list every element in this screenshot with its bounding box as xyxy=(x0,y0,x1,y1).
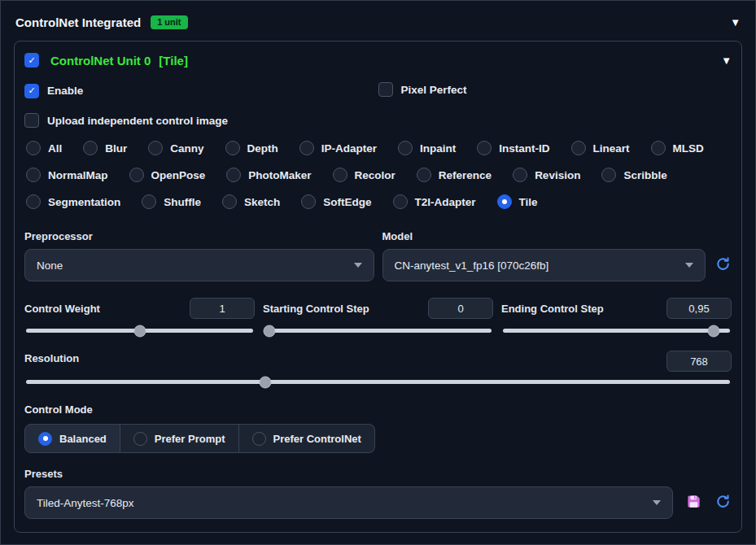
radio-icon xyxy=(129,168,144,182)
control-mode-option-prefer-controlnet[interactable]: Prefer ControlNet xyxy=(239,424,375,453)
radio-icon xyxy=(333,168,347,182)
control-type-option[interactable]: Sketch xyxy=(222,194,280,209)
control-type-option[interactable]: MLSD xyxy=(651,141,704,155)
slider-thumb[interactable] xyxy=(708,325,720,337)
resolution-input[interactable] xyxy=(666,351,732,372)
slider-thumb[interactable] xyxy=(263,325,275,337)
pixel-perfect-checkbox-item[interactable]: Pixel Perfect xyxy=(378,82,467,97)
refresh-icon xyxy=(715,256,731,274)
upload-checkbox-item[interactable]: Upload independent control image xyxy=(24,113,228,128)
radio-icon xyxy=(299,141,314,155)
control-type-option[interactable]: PhotoMaker xyxy=(226,168,311,182)
control-mode-block: Control Mode Balanced Prefer Prompt Pref… xyxy=(24,403,732,453)
model-refresh-button[interactable] xyxy=(714,256,732,274)
radio-icon xyxy=(26,141,41,155)
enable-checkbox[interactable] xyxy=(24,84,39,98)
ending-step-label: Ending Control Step xyxy=(501,303,604,315)
control-mode-option-label: Prefer Prompt xyxy=(155,433,225,445)
controlnet-panel-page: ControlNet Integrated 1 unit ▼ ControlNe… xyxy=(0,0,756,545)
control-type-option[interactable]: Reference xyxy=(417,168,492,182)
control-mode-option-label: Balanced xyxy=(59,433,107,445)
radio-icon-selected xyxy=(38,432,52,446)
control-mode-group: Balanced Prefer Prompt Prefer ControlNet xyxy=(24,424,375,453)
starting-step-slider[interactable] xyxy=(264,329,492,333)
controlnet-accordion-header[interactable]: ControlNet Integrated 1 unit ▼ xyxy=(14,9,742,41)
radio-icon xyxy=(513,168,527,182)
accordion-collapse-icon[interactable]: ▼ xyxy=(730,16,741,28)
control-type-label: T2I-Adapter xyxy=(415,196,476,208)
preset-save-button[interactable] xyxy=(684,494,702,512)
ending-step-input[interactable] xyxy=(666,298,732,319)
control-type-label: SoftEdge xyxy=(323,196,371,208)
control-type-option[interactable]: OpenPose xyxy=(129,168,206,182)
unit-title: ControlNet Unit 0 [Tile] xyxy=(50,54,188,68)
control-type-label: Sketch xyxy=(244,196,280,208)
enable-row: Enable Pixel Perfect xyxy=(24,82,732,100)
unit-header[interactable]: ControlNet Unit 0 [Tile] ▼ xyxy=(24,53,732,68)
preprocessor-dropdown[interactable]: None xyxy=(24,249,374,281)
control-type-option[interactable]: IP-Adapter xyxy=(299,141,377,155)
unit-title-text: ControlNet Unit 0 xyxy=(50,54,151,68)
control-type-label: MLSD xyxy=(673,142,704,155)
model-value: CN-anytest_v1_fp16 [070c26fb] xyxy=(395,259,549,272)
control-type-option[interactable]: Canny xyxy=(148,141,203,155)
enable-checkbox-item[interactable]: Enable xyxy=(24,84,83,98)
controlnet-unit-panel: ControlNet Unit 0 [Tile] ▼ Enable Pixel … xyxy=(14,41,742,533)
control-type-option[interactable]: Depth xyxy=(225,141,278,155)
control-type-option[interactable]: Lineart xyxy=(571,141,630,155)
control-type-option[interactable]: Recolor xyxy=(333,168,395,182)
control-mode-label: Control Mode xyxy=(24,403,732,416)
pixel-perfect-checkbox[interactable] xyxy=(378,82,393,97)
presets-label: Presets xyxy=(24,468,732,480)
ending-step-slider[interactable] xyxy=(503,329,730,333)
control-type-option[interactable]: SoftEdge xyxy=(301,194,371,209)
control-type-label: PhotoMaker xyxy=(248,169,311,181)
model-dropdown[interactable]: CN-anytest_v1_fp16 [070c26fb] xyxy=(382,249,706,281)
control-type-option[interactable]: NormalMap xyxy=(26,168,108,182)
unit-title-suffix: [Tile] xyxy=(159,54,188,68)
upload-label: Upload independent control image xyxy=(47,115,228,127)
radio-icon xyxy=(26,168,41,182)
control-type-option-selected[interactable]: Tile xyxy=(497,194,538,209)
control-type-option[interactable]: Instant-ID xyxy=(477,141,549,155)
chevron-down-icon xyxy=(354,263,362,268)
control-weight-slider[interactable] xyxy=(26,329,253,333)
control-type-option[interactable]: T2I-Adapter xyxy=(393,194,476,209)
control-mode-option-prefer-prompt[interactable]: Prefer Prompt xyxy=(120,424,239,453)
chevron-down-icon xyxy=(685,263,693,268)
control-type-label: Segmentation xyxy=(48,196,120,208)
preprocessor-label: Preprocessor xyxy=(24,230,374,242)
unit-collapse-icon[interactable]: ▼ xyxy=(721,54,732,67)
control-type-option[interactable]: Segmentation xyxy=(26,194,120,209)
control-type-label: IP-Adapter xyxy=(321,142,377,155)
radio-icon xyxy=(301,194,316,209)
unit-checkbox[interactable] xyxy=(24,53,39,68)
control-mode-option-balanced[interactable]: Balanced xyxy=(24,424,120,453)
starting-step-input[interactable] xyxy=(428,298,493,319)
control-type-label: Lineart xyxy=(593,142,630,155)
control-type-label: OpenPose xyxy=(151,169,206,181)
control-type-option[interactable]: Blur xyxy=(83,141,127,155)
control-type-label: Instant-ID xyxy=(499,142,549,155)
control-type-option[interactable]: All xyxy=(26,141,62,155)
radio-icon xyxy=(651,141,666,155)
starting-step-label: Starting Control Step xyxy=(263,303,369,315)
slider-thumb[interactable] xyxy=(133,325,146,337)
control-type-option[interactable]: Inpaint xyxy=(398,141,456,155)
radio-icon xyxy=(142,194,156,209)
control-type-label: Blur xyxy=(105,142,127,155)
preset-refresh-button[interactable] xyxy=(714,494,732,512)
resolution-slider[interactable] xyxy=(26,380,730,384)
control-type-option[interactable]: Scribble xyxy=(601,168,666,182)
upload-checkbox[interactable] xyxy=(24,113,39,128)
control-type-option[interactable]: Revision xyxy=(513,168,580,182)
presets-dropdown[interactable]: Tiled-Anytest-768px xyxy=(24,486,673,519)
slider-thumb[interactable] xyxy=(260,376,272,388)
control-type-label: Shuffle xyxy=(164,196,201,208)
control-type-option[interactable]: Shuffle xyxy=(142,194,201,209)
control-weight-input[interactable] xyxy=(190,298,255,319)
radio-icon xyxy=(601,168,616,182)
control-type-label: Tile xyxy=(519,196,538,208)
save-icon xyxy=(686,494,701,512)
radio-icon xyxy=(252,432,266,446)
